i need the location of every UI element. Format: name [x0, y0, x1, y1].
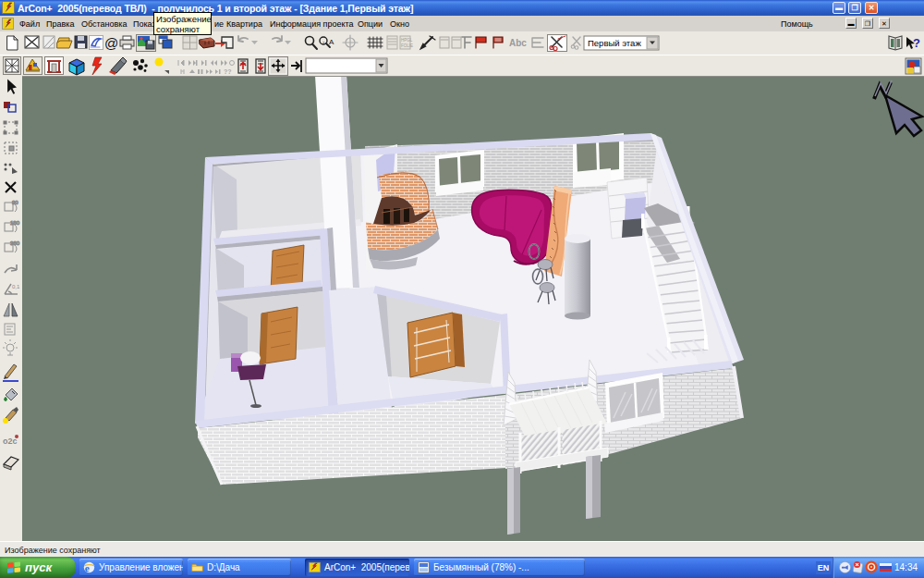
svg-text:360: 360 — [10, 240, 20, 246]
svg-text:??: ?? — [224, 68, 232, 75]
svg-text:@: @ — [104, 35, 118, 51]
svg-text:HPGL: HPGL — [401, 38, 413, 43]
svg-text:e: e — [85, 562, 90, 573]
svg-text:180: 180 — [10, 220, 20, 226]
svg-text:Первый этаж: Первый этаж — [588, 38, 641, 48]
svg-text:FOLIE: FOLIE — [401, 43, 413, 48]
svg-text:Abc: Abc — [509, 38, 527, 48]
svg-text:₂: ₂ — [322, 39, 325, 44]
svg-text:0,1: 0,1 — [12, 284, 20, 289]
svg-text:o2c: o2c — [3, 437, 18, 446]
svg-text:?: ? — [913, 36, 920, 50]
svg-text:A: A — [329, 38, 334, 46]
svg-text:90: 90 — [12, 200, 18, 205]
